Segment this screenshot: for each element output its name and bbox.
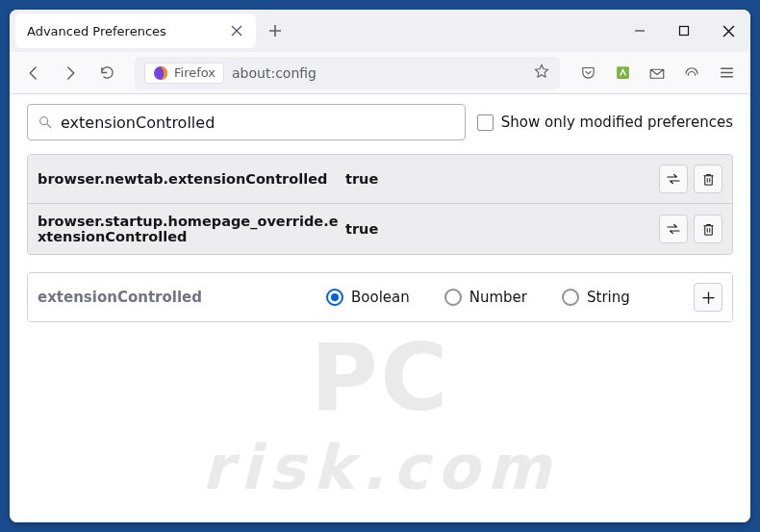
svg-rect-0	[680, 27, 689, 36]
bookmark-star-icon[interactable]	[533, 63, 550, 83]
pref-actions	[659, 165, 722, 193]
delete-button[interactable]	[694, 215, 722, 243]
url-text: about:config	[232, 65, 525, 81]
browser-tab[interactable]: Advanced Preferences	[15, 13, 256, 48]
watermark-line1: PC	[311, 324, 450, 432]
radio-label: Number	[469, 289, 527, 306]
svg-rect-2	[617, 66, 629, 79]
pref-name: browser.newtab.extensionControlled	[38, 171, 345, 187]
radio-boolean[interactable]: Boolean	[326, 289, 410, 306]
create-pref-list: extensionControlled Boolean Number Strin…	[27, 272, 733, 322]
delete-button[interactable]	[694, 165, 722, 193]
watermark-line2: risk.com	[201, 432, 558, 503]
pocket-button[interactable]	[571, 57, 604, 89]
forward-button[interactable]	[54, 57, 87, 89]
toggle-button[interactable]	[659, 165, 688, 193]
pref-actions	[659, 215, 722, 243]
create-pref-row: extensionControlled Boolean Number Strin…	[28, 273, 732, 321]
radio-string[interactable]: String	[562, 289, 630, 306]
browser-window: Advanced Preferences	[10, 10, 750, 522]
svg-point-3	[40, 117, 48, 125]
watermark: PC risk.com	[10, 324, 750, 503]
radio-number[interactable]: Number	[444, 289, 527, 306]
firefox-logo-icon	[153, 65, 168, 81]
new-tab-button[interactable]	[260, 15, 291, 46]
radio-label: Boolean	[351, 289, 410, 306]
minimize-button[interactable]	[618, 10, 662, 52]
pref-value: true	[345, 171, 659, 187]
close-window-button[interactable]	[706, 10, 750, 52]
radio-icon	[444, 289, 462, 306]
maximize-button[interactable]	[662, 10, 706, 52]
toggle-button[interactable]	[659, 215, 688, 243]
reload-button[interactable]	[90, 57, 123, 89]
tab-title: Advanced Preferences	[27, 24, 221, 38]
type-radios: Boolean Number String	[326, 289, 694, 306]
pref-name: browser.startup.homepage_override.extens…	[38, 214, 345, 244]
pref-row[interactable]: browser.newtab.extensionControlled true	[28, 155, 732, 203]
app-menu-button[interactable]	[710, 57, 743, 89]
page-content: Show only modified preferences browser.n…	[10, 94, 750, 522]
add-pref-button[interactable]	[694, 283, 722, 312]
pref-search-input[interactable]	[61, 114, 455, 132]
back-button[interactable]	[17, 57, 50, 89]
pref-search-box[interactable]	[27, 104, 466, 140]
checkbox-icon	[477, 114, 494, 131]
close-tab-icon[interactable]	[229, 23, 244, 38]
titlebar: Advanced Preferences	[10, 10, 750, 52]
pref-row[interactable]: browser.startup.homepage_override.extens…	[28, 203, 732, 254]
show-modified-toggle[interactable]: Show only modified preferences	[477, 114, 733, 131]
site-identity[interactable]: Firefox	[144, 63, 224, 84]
nav-toolbar: Firefox about:config	[10, 52, 750, 94]
mail-button[interactable]	[641, 57, 673, 89]
create-pref-name: extensionControlled	[38, 289, 326, 306]
extension-button[interactable]	[606, 57, 639, 89]
radio-label: String	[587, 289, 630, 306]
identity-label: Firefox	[174, 65, 215, 80]
radio-icon	[326, 289, 343, 306]
prefs-list: browser.newtab.extensionControlled true …	[27, 154, 733, 255]
radio-icon	[562, 289, 579, 306]
search-row: Show only modified preferences	[27, 104, 733, 140]
search-icon	[38, 114, 53, 130]
window-controls	[618, 10, 750, 52]
checkbox-label: Show only modified preferences	[501, 114, 733, 131]
url-bar[interactable]: Firefox about:config	[135, 57, 560, 89]
account-button[interactable]	[675, 57, 708, 89]
pref-value: true	[345, 221, 659, 237]
